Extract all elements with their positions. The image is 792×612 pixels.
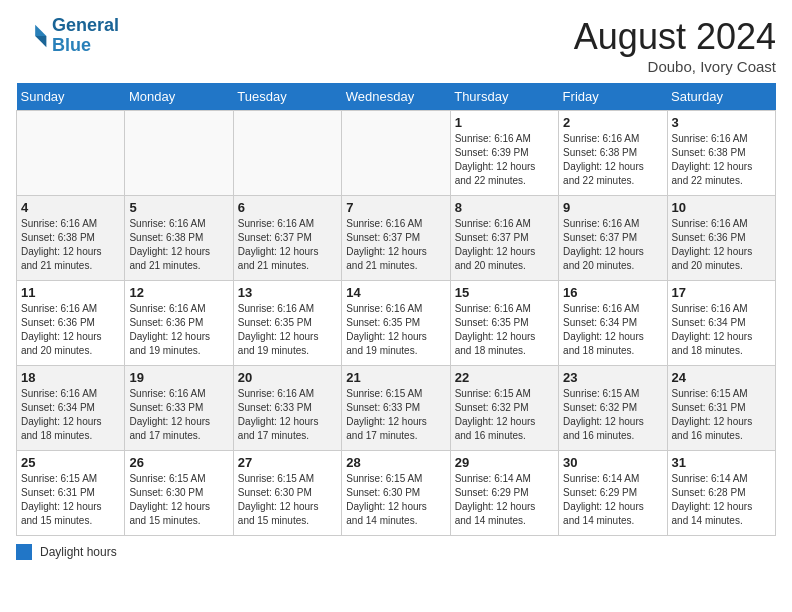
- day-number: 6: [238, 200, 337, 215]
- day-cell: 20Sunrise: 6:16 AM Sunset: 6:33 PM Dayli…: [233, 366, 341, 451]
- day-cell: 25Sunrise: 6:15 AM Sunset: 6:31 PM Dayli…: [17, 451, 125, 536]
- day-cell: [342, 111, 450, 196]
- day-cell: 28Sunrise: 6:15 AM Sunset: 6:30 PM Dayli…: [342, 451, 450, 536]
- day-info: Sunrise: 6:16 AM Sunset: 6:36 PM Dayligh…: [129, 302, 228, 358]
- day-cell: 27Sunrise: 6:15 AM Sunset: 6:30 PM Dayli…: [233, 451, 341, 536]
- header-saturday: Saturday: [667, 83, 775, 111]
- svg-marker-1: [35, 36, 46, 47]
- day-info: Sunrise: 6:16 AM Sunset: 6:35 PM Dayligh…: [238, 302, 337, 358]
- title-block: August 2024 Doubo, Ivory Coast: [574, 16, 776, 75]
- day-cell: 9Sunrise: 6:16 AM Sunset: 6:37 PM Daylig…: [559, 196, 667, 281]
- day-number: 12: [129, 285, 228, 300]
- day-cell: 31Sunrise: 6:14 AM Sunset: 6:28 PM Dayli…: [667, 451, 775, 536]
- header-friday: Friday: [559, 83, 667, 111]
- week-row-3: 18Sunrise: 6:16 AM Sunset: 6:34 PM Dayli…: [17, 366, 776, 451]
- day-cell: 11Sunrise: 6:16 AM Sunset: 6:36 PM Dayli…: [17, 281, 125, 366]
- day-number: 29: [455, 455, 554, 470]
- day-cell: 30Sunrise: 6:14 AM Sunset: 6:29 PM Dayli…: [559, 451, 667, 536]
- day-number: 17: [672, 285, 771, 300]
- day-info: Sunrise: 6:14 AM Sunset: 6:29 PM Dayligh…: [455, 472, 554, 528]
- logo: General Blue: [16, 16, 119, 56]
- logo-line2: Blue: [52, 36, 119, 56]
- location: Doubo, Ivory Coast: [574, 58, 776, 75]
- day-info: Sunrise: 6:16 AM Sunset: 6:35 PM Dayligh…: [455, 302, 554, 358]
- calendar-table: SundayMondayTuesdayWednesdayThursdayFrid…: [16, 83, 776, 536]
- logo-line1: General: [52, 16, 119, 36]
- day-number: 22: [455, 370, 554, 385]
- day-info: Sunrise: 6:16 AM Sunset: 6:34 PM Dayligh…: [21, 387, 120, 443]
- day-cell: 16Sunrise: 6:16 AM Sunset: 6:34 PM Dayli…: [559, 281, 667, 366]
- day-cell: 1Sunrise: 6:16 AM Sunset: 6:39 PM Daylig…: [450, 111, 558, 196]
- day-info: Sunrise: 6:14 AM Sunset: 6:28 PM Dayligh…: [672, 472, 771, 528]
- header-wednesday: Wednesday: [342, 83, 450, 111]
- day-cell: [17, 111, 125, 196]
- day-info: Sunrise: 6:16 AM Sunset: 6:37 PM Dayligh…: [346, 217, 445, 273]
- svg-marker-0: [35, 25, 46, 36]
- day-cell: 3Sunrise: 6:16 AM Sunset: 6:38 PM Daylig…: [667, 111, 775, 196]
- footer: Daylight hours: [16, 544, 776, 560]
- day-number: 4: [21, 200, 120, 215]
- day-number: 20: [238, 370, 337, 385]
- day-cell: 6Sunrise: 6:16 AM Sunset: 6:37 PM Daylig…: [233, 196, 341, 281]
- day-cell: [125, 111, 233, 196]
- day-cell: 10Sunrise: 6:16 AM Sunset: 6:36 PM Dayli…: [667, 196, 775, 281]
- day-cell: 7Sunrise: 6:16 AM Sunset: 6:37 PM Daylig…: [342, 196, 450, 281]
- day-info: Sunrise: 6:16 AM Sunset: 6:37 PM Dayligh…: [238, 217, 337, 273]
- day-info: Sunrise: 6:16 AM Sunset: 6:33 PM Dayligh…: [129, 387, 228, 443]
- week-row-1: 4Sunrise: 6:16 AM Sunset: 6:38 PM Daylig…: [17, 196, 776, 281]
- day-number: 1: [455, 115, 554, 130]
- day-number: 5: [129, 200, 228, 215]
- day-info: Sunrise: 6:15 AM Sunset: 6:30 PM Dayligh…: [238, 472, 337, 528]
- daylight-label: Daylight hours: [40, 545, 117, 559]
- day-cell: 17Sunrise: 6:16 AM Sunset: 6:34 PM Dayli…: [667, 281, 775, 366]
- week-row-0: 1Sunrise: 6:16 AM Sunset: 6:39 PM Daylig…: [17, 111, 776, 196]
- week-row-4: 25Sunrise: 6:15 AM Sunset: 6:31 PM Dayli…: [17, 451, 776, 536]
- day-number: 28: [346, 455, 445, 470]
- daylight-box-icon: [16, 544, 32, 560]
- day-number: 15: [455, 285, 554, 300]
- day-cell: 23Sunrise: 6:15 AM Sunset: 6:32 PM Dayli…: [559, 366, 667, 451]
- day-cell: 4Sunrise: 6:16 AM Sunset: 6:38 PM Daylig…: [17, 196, 125, 281]
- day-number: 23: [563, 370, 662, 385]
- day-number: 18: [21, 370, 120, 385]
- day-info: Sunrise: 6:15 AM Sunset: 6:33 PM Dayligh…: [346, 387, 445, 443]
- day-info: Sunrise: 6:15 AM Sunset: 6:31 PM Dayligh…: [672, 387, 771, 443]
- day-number: 21: [346, 370, 445, 385]
- day-cell: 14Sunrise: 6:16 AM Sunset: 6:35 PM Dayli…: [342, 281, 450, 366]
- day-info: Sunrise: 6:14 AM Sunset: 6:29 PM Dayligh…: [563, 472, 662, 528]
- day-cell: 26Sunrise: 6:15 AM Sunset: 6:30 PM Dayli…: [125, 451, 233, 536]
- day-number: 30: [563, 455, 662, 470]
- day-cell: 24Sunrise: 6:15 AM Sunset: 6:31 PM Dayli…: [667, 366, 775, 451]
- day-cell: [233, 111, 341, 196]
- day-info: Sunrise: 6:16 AM Sunset: 6:33 PM Dayligh…: [238, 387, 337, 443]
- day-cell: 18Sunrise: 6:16 AM Sunset: 6:34 PM Dayli…: [17, 366, 125, 451]
- day-cell: 15Sunrise: 6:16 AM Sunset: 6:35 PM Dayli…: [450, 281, 558, 366]
- day-info: Sunrise: 6:16 AM Sunset: 6:38 PM Dayligh…: [129, 217, 228, 273]
- day-number: 9: [563, 200, 662, 215]
- page-header: General Blue August 2024 Doubo, Ivory Co…: [16, 16, 776, 75]
- day-info: Sunrise: 6:16 AM Sunset: 6:35 PM Dayligh…: [346, 302, 445, 358]
- day-number: 7: [346, 200, 445, 215]
- day-number: 3: [672, 115, 771, 130]
- day-number: 31: [672, 455, 771, 470]
- day-cell: 29Sunrise: 6:14 AM Sunset: 6:29 PM Dayli…: [450, 451, 558, 536]
- day-number: 19: [129, 370, 228, 385]
- day-number: 14: [346, 285, 445, 300]
- day-number: 25: [21, 455, 120, 470]
- day-info: Sunrise: 6:15 AM Sunset: 6:32 PM Dayligh…: [563, 387, 662, 443]
- day-cell: 22Sunrise: 6:15 AM Sunset: 6:32 PM Dayli…: [450, 366, 558, 451]
- day-cell: 5Sunrise: 6:16 AM Sunset: 6:38 PM Daylig…: [125, 196, 233, 281]
- day-info: Sunrise: 6:15 AM Sunset: 6:31 PM Dayligh…: [21, 472, 120, 528]
- day-number: 16: [563, 285, 662, 300]
- day-number: 8: [455, 200, 554, 215]
- logo-icon: [16, 20, 48, 52]
- day-number: 10: [672, 200, 771, 215]
- day-number: 11: [21, 285, 120, 300]
- day-info: Sunrise: 6:16 AM Sunset: 6:34 PM Dayligh…: [563, 302, 662, 358]
- day-cell: 13Sunrise: 6:16 AM Sunset: 6:35 PM Dayli…: [233, 281, 341, 366]
- day-info: Sunrise: 6:16 AM Sunset: 6:38 PM Dayligh…: [563, 132, 662, 188]
- header-monday: Monday: [125, 83, 233, 111]
- day-number: 13: [238, 285, 337, 300]
- header-sunday: Sunday: [17, 83, 125, 111]
- day-info: Sunrise: 6:16 AM Sunset: 6:39 PM Dayligh…: [455, 132, 554, 188]
